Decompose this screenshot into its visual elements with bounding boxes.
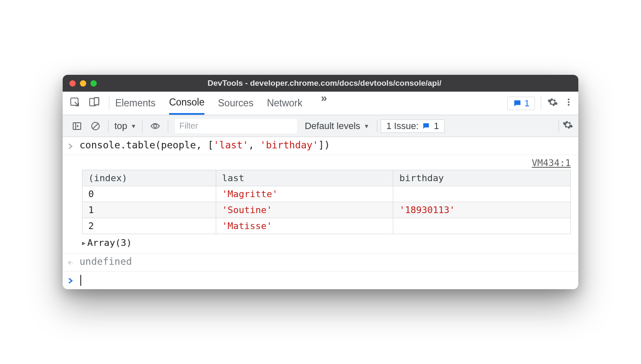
toggle-console-sidebar-icon[interactable] <box>68 121 86 131</box>
issues-indicator[interactable]: 1 <box>507 97 535 110</box>
object-expander[interactable]: ▶ Array(3) <box>82 234 571 250</box>
tabs-overflow-icon[interactable]: » <box>321 92 327 115</box>
cell-last: 'Magritte' <box>216 186 393 202</box>
code-text: ]) <box>318 140 330 150</box>
col-birthday[interactable]: birthday <box>393 170 571 186</box>
table-row: 2 'Matisse' <box>82 218 571 234</box>
filter-placeholder: Filter <box>179 121 198 131</box>
inspect-element-icon[interactable] <box>69 97 80 110</box>
cell-last: 'Soutine' <box>216 202 393 218</box>
window-titlebar: DevTools - developer.chrome.com/docs/dev… <box>63 75 578 92</box>
execution-context-selector[interactable]: top ▼ <box>112 121 139 132</box>
svg-point-5 <box>568 101 569 103</box>
console-settings-gear-icon[interactable] <box>562 119 573 133</box>
svg-point-11 <box>72 262 73 263</box>
log-level-selector[interactable]: Default levels ▼ <box>300 121 373 132</box>
return-arrow-icon <box>68 256 79 269</box>
col-index[interactable]: (index) <box>82 170 216 186</box>
echoed-command: console.table(people, ['last', 'birthday… <box>79 140 330 150</box>
issues-count: 1 <box>434 121 439 132</box>
cell-index: 1 <box>82 202 216 218</box>
close-window-button[interactable] <box>69 80 76 87</box>
code-text: console.table(people, [ <box>79 140 214 150</box>
table-row: 1 'Soutine' '18930113' <box>82 202 571 218</box>
tab-sources[interactable]: Sources <box>218 92 253 115</box>
input-chevron-icon <box>68 140 79 152</box>
levels-label: Default levels <box>305 121 360 132</box>
live-expression-eye-icon[interactable] <box>146 121 164 131</box>
issues-label: 1 Issue: <box>386 121 419 132</box>
code-string: 'last' <box>214 140 249 150</box>
traffic-lights <box>69 80 97 87</box>
toggle-device-toolbar-icon[interactable] <box>89 97 100 110</box>
code-text: , <box>249 140 260 150</box>
source-link[interactable]: VM434:1 <box>63 155 578 168</box>
col-last[interactable]: last <box>216 170 393 186</box>
prompt-chevron-icon <box>68 274 79 287</box>
table-row: 0 'Magritte' <box>82 186 571 202</box>
minimize-window-button[interactable] <box>80 80 86 87</box>
table-header-row: (index) last birthday <box>82 170 571 186</box>
tab-network[interactable]: Network <box>267 92 302 115</box>
cell-last: 'Matisse' <box>216 218 393 234</box>
svg-rect-2 <box>94 98 99 105</box>
console-return-row: undefined <box>63 253 578 272</box>
svg-line-10 <box>93 124 98 129</box>
issues-count: 1 <box>524 98 530 109</box>
cell-index: 0 <box>82 186 216 202</box>
svg-point-4 <box>568 98 569 100</box>
cell-birthday: '18930113' <box>393 202 571 218</box>
cell-birthday <box>393 186 571 202</box>
devtools-window: DevTools - developer.chrome.com/docs/dev… <box>63 75 578 289</box>
console-issues-chip[interactable]: 1 Issue: 1 <box>381 119 444 133</box>
context-label: top <box>114 121 127 132</box>
dropdown-triangle-icon: ▼ <box>364 123 370 129</box>
console-input-echo: console.table(people, ['last', 'birthday… <box>63 137 578 155</box>
clear-console-icon[interactable] <box>86 121 105 131</box>
console-table: (index) last birthday 0 'Magritte' 1 <box>82 170 571 234</box>
cell-birthday <box>393 218 571 234</box>
window-title: DevTools - developer.chrome.com/docs/dev… <box>105 79 572 88</box>
array-summary: Array(3) <box>87 237 132 248</box>
return-value: undefined <box>79 256 132 267</box>
console-toolbar: top ▼ Filter Default levels ▼ 1 Issue: 1 <box>63 115 578 137</box>
more-menu-icon[interactable] <box>564 97 573 110</box>
tab-console[interactable]: Console <box>169 92 204 115</box>
console-input[interactable] <box>79 274 81 286</box>
text-cursor <box>80 275 81 286</box>
svg-rect-7 <box>73 123 81 129</box>
dropdown-triangle-icon: ▼ <box>131 123 137 129</box>
svg-point-6 <box>568 104 569 106</box>
devtools-tabbar: Elements Console Sources Network » 1 <box>63 92 578 115</box>
console-filter-input[interactable]: Filter <box>175 119 297 133</box>
maximize-window-button[interactable] <box>90 80 97 87</box>
code-string: 'birthday' <box>260 140 318 150</box>
expand-triangle-icon: ▶ <box>82 240 85 246</box>
cell-index: 2 <box>82 218 216 234</box>
settings-gear-icon[interactable] <box>547 97 558 110</box>
console-output: console.table(people, ['last', 'birthday… <box>63 137 578 289</box>
tab-elements[interactable]: Elements <box>115 92 156 115</box>
console-prompt-row[interactable] <box>63 272 578 289</box>
